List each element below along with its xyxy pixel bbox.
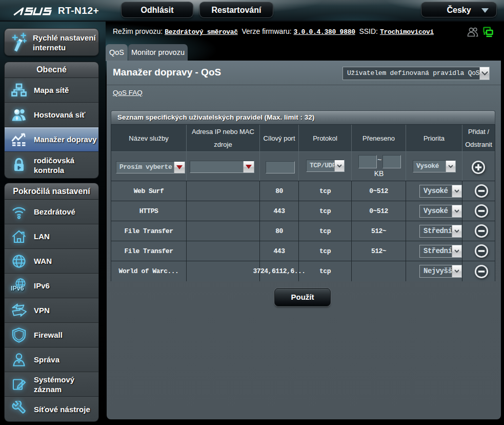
svg-text:IPv6: IPv6 [11,285,24,292]
